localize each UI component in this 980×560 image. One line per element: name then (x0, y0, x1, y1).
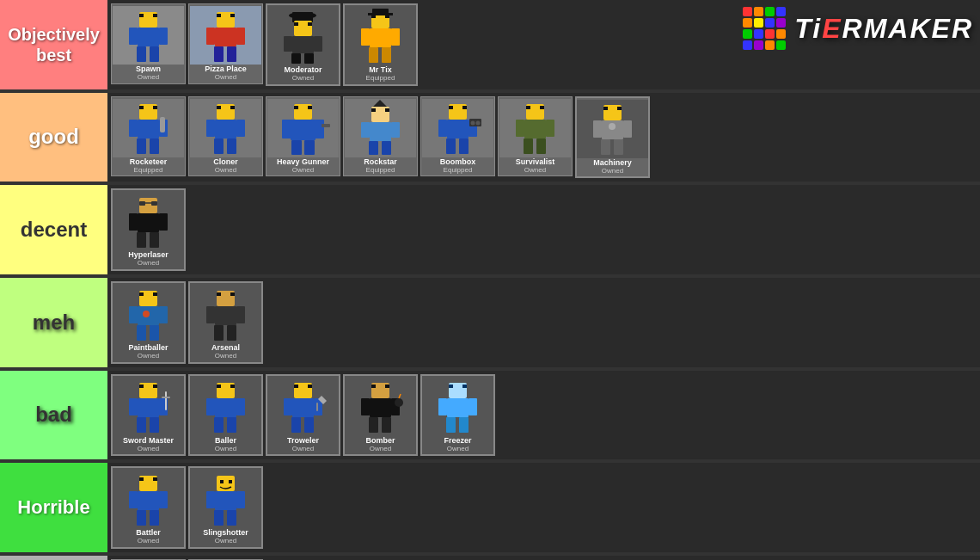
tier-row-decent: decent (0, 185, 980, 278)
svg-rect-178 (153, 477, 157, 481)
item-status: Equipped (366, 75, 395, 83)
svg-rect-96 (603, 107, 608, 110)
svg-rect-43 (153, 106, 157, 109)
rocketeer-char-icon (120, 100, 176, 156)
svg-point-116 (143, 311, 150, 317)
svg-rect-21 (314, 36, 322, 52)
heavy-gunner-char-icon (275, 100, 331, 156)
cloner-char-icon (198, 100, 254, 156)
svg-rect-94 (601, 139, 610, 155)
item-status: Owned (215, 446, 236, 453)
hyperlaser-char-icon (120, 194, 176, 249)
svg-rect-70 (385, 108, 389, 112)
svg-rect-186 (227, 510, 236, 526)
list-item[interactable]: Heavy Gunner Owned (266, 96, 340, 177)
svg-rect-95 (614, 139, 623, 155)
svg-rect-1 (138, 28, 159, 46)
list-item[interactable]: Sword Master Owned (111, 374, 186, 457)
list-item[interactable]: Arsenal Owned (188, 281, 263, 364)
svg-rect-183 (206, 491, 215, 508)
tier-items-decent: Hyperlaser Owned (107, 185, 980, 276)
item-status: Owned (138, 446, 159, 453)
list-item[interactable]: Rocketeer Equipped (111, 96, 186, 177)
list-item[interactable]: Boombox Equipped (420, 96, 495, 177)
tier-items-never-used: Cake Battler Equipped (107, 556, 980, 560)
svg-rect-176 (150, 510, 159, 526)
svg-rect-138 (236, 398, 245, 415)
svg-rect-101 (129, 213, 138, 231)
svg-rect-42 (139, 106, 144, 109)
svg-rect-149 (294, 385, 298, 388)
svg-rect-132 (153, 385, 157, 388)
item-status: Owned (138, 538, 159, 545)
list-item[interactable]: Spawn Owned (111, 3, 186, 84)
svg-rect-78 (462, 106, 467, 109)
svg-rect-55 (282, 120, 291, 138)
svg-rect-147 (291, 417, 301, 433)
svg-rect-41 (150, 138, 159, 154)
svg-rect-177 (139, 477, 144, 481)
svg-rect-46 (215, 120, 236, 138)
list-item[interactable]: Freezer Owned (420, 374, 495, 457)
list-item[interactable]: Machinery Owned (575, 96, 650, 179)
svg-rect-122 (227, 325, 236, 341)
item-status: Owned (292, 75, 314, 83)
list-item[interactable]: Hyperlaser Owned (111, 188, 186, 271)
svg-rect-105 (139, 201, 145, 206)
svg-rect-130 (150, 417, 159, 433)
svg-rect-50 (227, 138, 236, 154)
svg-rect-93 (623, 120, 632, 138)
list-item[interactable]: Moderator Owned (266, 3, 340, 86)
svg-rect-6 (139, 14, 144, 17)
svg-rect-145 (284, 398, 292, 415)
svg-rect-88 (526, 106, 530, 109)
svg-rect-77 (449, 106, 453, 109)
tier-label-good: good (0, 93, 107, 184)
item-status: Owned (524, 167, 546, 175)
list-item[interactable]: Bomber Owned (343, 374, 418, 457)
list-item[interactable]: Paintballer Owned (111, 281, 186, 364)
svg-rect-136 (215, 398, 236, 417)
tier-row-bad: bad (0, 371, 980, 464)
svg-rect-100 (138, 213, 159, 232)
sword-master-char-icon (120, 378, 176, 434)
list-item[interactable]: Cloner Owned (188, 96, 263, 177)
svg-rect-112 (137, 325, 146, 341)
paintballer-char-icon (120, 286, 176, 342)
list-item[interactable]: Battler Owned (111, 466, 186, 549)
svg-rect-137 (206, 398, 215, 415)
list-item[interactable]: Rockstar Equipped (343, 96, 418, 177)
svg-point-98 (609, 123, 616, 130)
svg-rect-51 (217, 106, 221, 109)
svg-rect-185 (214, 510, 224, 526)
tier-label-horrible: Horrible (0, 463, 107, 554)
svg-rect-38 (129, 120, 138, 137)
svg-rect-23 (304, 53, 314, 64)
item-status: Owned (602, 168, 623, 175)
svg-rect-181 (229, 480, 232, 483)
tier-items-horrible: Battler Owned (107, 463, 980, 554)
svg-rect-86 (524, 138, 533, 154)
tier-label-objectively-best: Objectively best (0, 0, 107, 91)
svg-point-80 (471, 121, 475, 126)
svg-rect-150 (308, 385, 312, 388)
svg-rect-10 (206, 28, 215, 45)
list-item[interactable]: Mr Tix Equipped (343, 3, 418, 86)
list-item[interactable]: Pizza Place Owned (188, 3, 263, 84)
svg-rect-9 (215, 28, 236, 46)
svg-rect-5 (150, 46, 159, 62)
list-item[interactable]: Baller Owned (188, 374, 263, 457)
svg-rect-63 (370, 122, 391, 141)
svg-rect-102 (159, 213, 168, 231)
list-item[interactable]: Survivalist Owned (498, 96, 573, 177)
svg-rect-114 (139, 292, 144, 296)
svg-rect-66 (369, 141, 378, 155)
logo-text: TiERMAKER (794, 13, 973, 45)
svg-rect-85 (546, 120, 554, 137)
tier-list: Objectively best (0, 0, 980, 560)
svg-rect-164 (447, 398, 469, 417)
list-item[interactable]: Troweler Owned (266, 374, 340, 457)
svg-rect-61 (322, 124, 330, 127)
list-item[interactable]: Slingshotter Owned (188, 466, 263, 549)
item-status: Owned (138, 74, 159, 82)
